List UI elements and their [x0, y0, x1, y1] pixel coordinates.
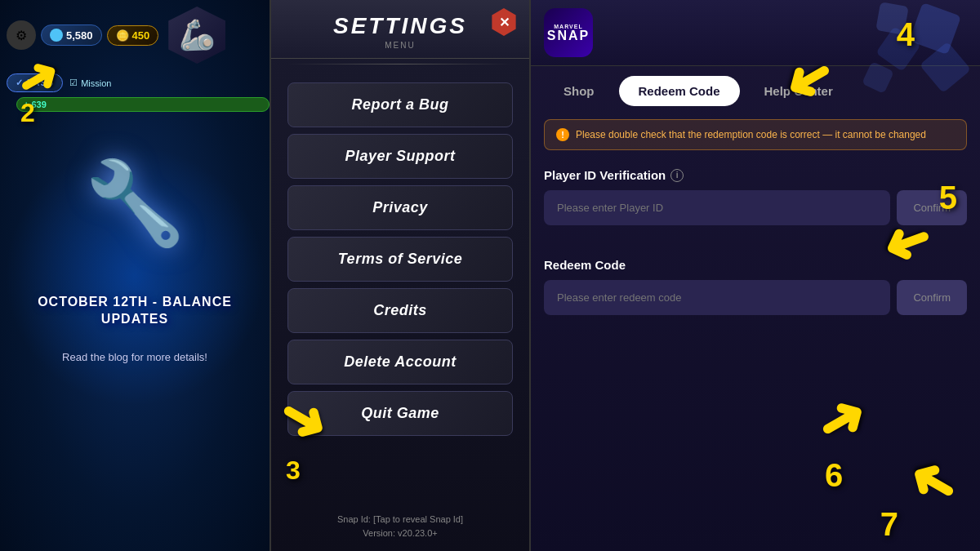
wrench-icon: 🔧: [84, 155, 186, 251]
update-title: October 12th - Balance Updates: [29, 294, 241, 328]
close-icon: ✕: [499, 15, 510, 30]
snap-text: SNAP: [547, 29, 590, 42]
settings-header: SETTINGS ✕ MENU: [271, 0, 529, 59]
menu-item-terms[interactable]: Terms of Service: [287, 237, 513, 282]
warning-icon: !: [556, 128, 569, 141]
redeem-confirm-button[interactable]: Confirm: [897, 280, 967, 315]
tab-shop[interactable]: Shop: [544, 76, 614, 106]
gear-icon: ⚙: [16, 28, 27, 43]
step-3-label: 3: [286, 455, 301, 486]
step-5-label: 5: [939, 180, 957, 216]
snap-id-text: Snap Id: [Tap to reveal Snap Id]: [271, 513, 529, 527]
game-panel: ⚙ 5,580 🪙 450 🦾 ✓ PASS ☑ Mission + 639 ➜…: [0, 0, 270, 551]
settings-footer: Snap Id: [Tap to reveal Snap Id] Version…: [271, 513, 529, 541]
coin-icon: [50, 29, 63, 42]
redeem-code-input[interactable]: [544, 280, 890, 315]
check-icon: ☑: [69, 78, 78, 88]
menu-item-privacy[interactable]: Privacy: [287, 185, 513, 230]
mission-badge: ☑ Mission: [69, 78, 111, 88]
tab-redeem-code[interactable]: Redeem Code: [619, 76, 740, 106]
menu-item-delete-account[interactable]: Delete Account: [287, 340, 513, 384]
update-subtitle: Read the blog for more details!: [29, 351, 241, 363]
gold-icon: 🪙: [116, 29, 129, 42]
step-4-label: 4: [897, 16, 915, 53]
currency-2-value: 450: [132, 29, 150, 42]
redeem-code-input-row: Confirm: [544, 280, 967, 315]
version-text: Version: v20.23.0+: [271, 527, 529, 541]
marvel-snap-logo: MARVEL SNAP: [544, 8, 593, 57]
currency-2-badge: 🪙 450: [107, 25, 159, 46]
step-6-label: 6: [825, 457, 843, 494]
hero-icon: 🦾: [179, 18, 216, 52]
menu-item-player-support[interactable]: Player Support: [287, 134, 513, 179]
hero-avatar[interactable]: 🦾: [168, 7, 225, 64]
arrow-6-icon: ➜: [803, 379, 878, 461]
arrow-7-icon: ➜: [893, 444, 969, 527]
settings-title: SETTINGS: [287, 13, 513, 39]
player-id-label: Player ID Verification i: [544, 168, 967, 182]
player-id-input[interactable]: [544, 190, 890, 225]
settings-subtitle: MENU: [287, 41, 513, 50]
warning-text: Please double check that the redemption …: [576, 129, 926, 140]
step-7-label: 7: [880, 506, 898, 543]
settings-divider: [287, 64, 513, 64]
gear-button[interactable]: ⚙: [7, 20, 36, 50]
settings-panel: SETTINGS ✕ MENU Report a Bug Player Supp…: [270, 0, 531, 551]
step-2-label: 2: [20, 98, 35, 128]
currency-1-badge: 5,580: [41, 24, 102, 46]
tab-bar: Shop Redeem Code Help Center: [531, 66, 980, 116]
mission-label: Mission: [81, 78, 111, 88]
menu-item-report-bug[interactable]: Report a Bug: [287, 82, 513, 127]
info-icon[interactable]: i: [670, 169, 684, 182]
currency-1-value: 5,580: [66, 29, 93, 42]
menu-item-credits[interactable]: Credits: [287, 288, 513, 333]
redeem-panel: MARVEL SNAP 4 ➜ Shop Redeem Code Help Ce…: [531, 0, 980, 551]
warning-banner: ! Please double check that the redemptio…: [544, 119, 967, 150]
